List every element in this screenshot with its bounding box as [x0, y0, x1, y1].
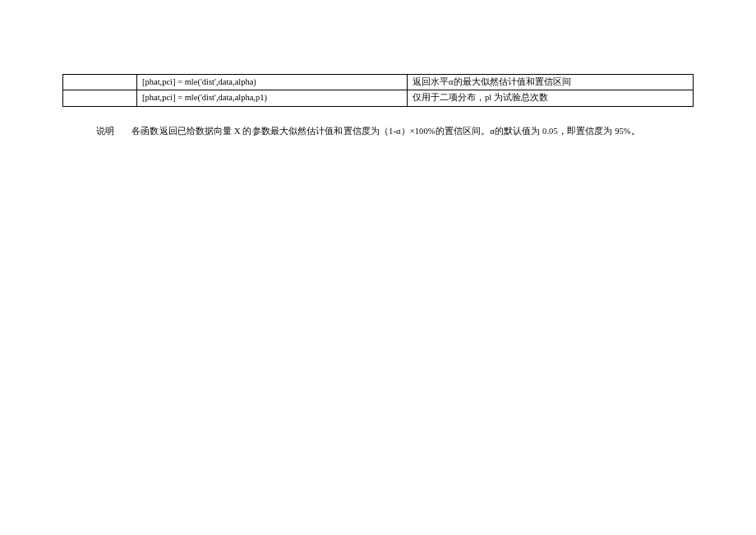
explanation-paragraph: 说明各函数返回已给数据向量 X 的参数最大似然估计值和置信度为（1-α）×100…: [79, 125, 677, 138]
cell-desc: 仅用于二项分布，pl 为试验总次数: [408, 90, 694, 106]
param-table: [phat,pci] = mle('dist',data,alpha) 返回水平…: [62, 74, 694, 107]
cell-syntax: [phat,pci] = mle('dist',data,alpha): [137, 75, 408, 90]
cell-blank: [63, 90, 137, 106]
explain-label: 说明: [96, 127, 114, 136]
cell-blank: [63, 75, 137, 90]
cell-syntax: [phat,pci] = mle('dist',data,alpha,p1): [137, 90, 408, 106]
explain-text: 各函数返回已给数据向量 X 的参数最大似然估计值和置信度为（1-α）×100%的…: [131, 127, 640, 136]
cell-desc: 返回水平α的最大似然估计值和置信区间: [408, 75, 694, 90]
table-row: [phat,pci] = mle('dist',data,alpha) 返回水平…: [63, 75, 694, 90]
table-row: [phat,pci] = mle('dist',data,alpha,p1) 仅…: [63, 90, 694, 106]
param-table-wrap: [phat,pci] = mle('dist',data,alpha) 返回水平…: [62, 74, 694, 107]
